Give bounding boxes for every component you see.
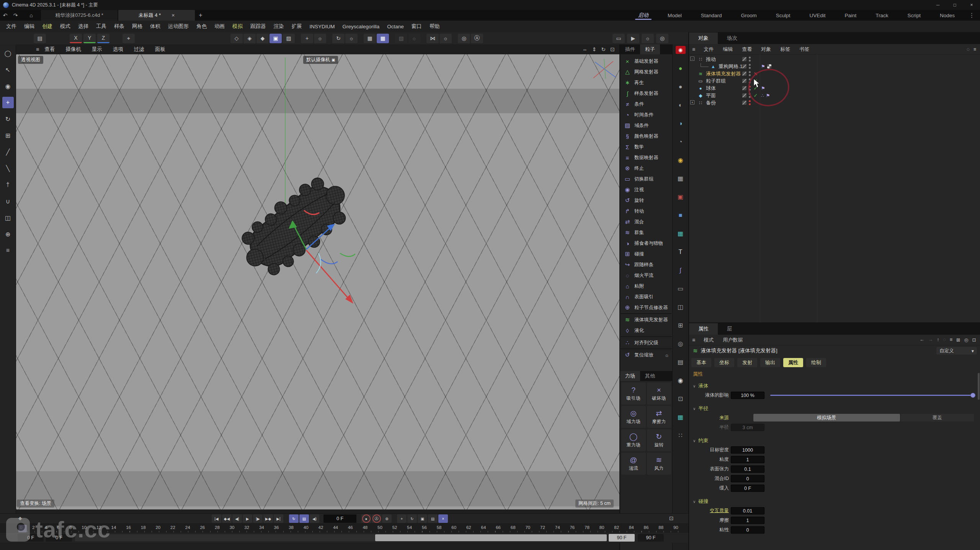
back-arrow-icon[interactable]: ← (920, 337, 924, 343)
menubar-item[interactable]: 跟踪器 (247, 23, 270, 30)
menubar-item[interactable]: 编辑 (20, 23, 38, 30)
sphere-blue-icon[interactable]: ◑ (676, 119, 686, 127)
previous-frame-button[interactable]: ◀| (232, 514, 242, 523)
timeline-ruler[interactable]: 0246810121416182022242628303234363840424… (0, 524, 688, 533)
menubar-item[interactable]: 渲染 (270, 23, 288, 30)
perspective-viewport[interactable]: 透视视图 默认摄像机 ▣ 查看变换: 场景 网格间距: 5 cm (16, 54, 619, 509)
bucket-red-icon[interactable]: ▣ (676, 193, 686, 201)
particle-panel-tab[interactable]: 插件 (620, 44, 640, 54)
object-row[interactable]: −∷推动 (689, 55, 980, 63)
axis-tool-button[interactable]: + (301, 34, 313, 43)
magnet-tool-icon[interactable]: ∪ (2, 195, 14, 207)
record-parameters-button[interactable]: ▤ (428, 514, 438, 523)
model-mode-button[interactable]: ▣ (270, 34, 282, 43)
menubar-item[interactable]: 运动图形 (164, 23, 193, 30)
toggle-option[interactable]: 覆盖 (901, 414, 974, 421)
panel-misc2-icon[interactable]: ◫ (676, 303, 686, 311)
slider-track[interactable] (770, 395, 974, 396)
workspace-tab[interactable]: Sculpt (766, 10, 800, 21)
particle-item[interactable]: ◔时间条件 (621, 109, 671, 120)
value-field[interactable]: 0 F (731, 485, 764, 492)
menubar-item[interactable]: 创建 (38, 23, 56, 30)
object-label[interactable]: 平面 (706, 92, 716, 99)
enable-toggle[interactable] (742, 86, 746, 90)
range-field[interactable]: 0 F (46, 534, 72, 542)
force-item[interactable]: ◯重力场 (621, 429, 646, 451)
force-item[interactable]: ↻旋转 (647, 429, 671, 451)
sphere-green-icon[interactable]: ● (676, 64, 686, 72)
force-tab[interactable]: 其他 (640, 371, 660, 381)
particle-item[interactable]: ↱转动 (621, 206, 671, 216)
range-thumb[interactable] (375, 534, 607, 541)
record-scale-button[interactable]: ▣ (418, 514, 427, 523)
menubar-item[interactable]: 扩展 (288, 23, 306, 30)
particle-item[interactable]: ≋群集 (621, 227, 671, 238)
undo-button[interactable]: ↶ (0, 12, 10, 18)
particle-item[interactable]: ↺旋转 (621, 195, 671, 206)
camera-button[interactable]: ◎ (656, 34, 668, 43)
menubar-item[interactable]: 体积 (146, 23, 164, 30)
force-item[interactable]: ×破坏场 (647, 382, 671, 405)
section-tab[interactable]: 基本 (691, 358, 711, 367)
particle-item[interactable]: ◊液化 (621, 325, 671, 336)
document-tab[interactable]: 精华涂抹0725-6.c4d * (41, 10, 118, 21)
visibility-dot[interactable] (749, 100, 751, 102)
text-object-icon[interactable]: T (676, 248, 686, 256)
particle-item[interactable]: ▭切换群组 (621, 174, 671, 184)
object-row[interactable]: ●球体✓⚑ (689, 85, 980, 92)
sphere-gray-icon[interactable]: ● (676, 83, 686, 91)
panel-misc5-icon[interactable]: ▤ (676, 358, 686, 366)
visibility-dot[interactable] (749, 64, 751, 66)
keyframe-settings-button[interactable]: ⊛ (382, 514, 392, 523)
object-label[interactable]: 粒子群组 (706, 78, 726, 85)
panel-misc7-icon[interactable]: ∷ (676, 431, 686, 439)
visibility-dots[interactable] (749, 78, 751, 83)
workspace-tab[interactable]: Paint (835, 10, 866, 21)
value-field[interactable]: 1 (731, 517, 764, 524)
range-field[interactable]: 0 F (18, 534, 44, 542)
menubar-item[interactable]: 模式 (56, 23, 74, 30)
particle-item[interactable]: ×基础发射器 (621, 56, 671, 67)
record-pla-button[interactable]: × (438, 514, 448, 523)
object-manager-menu-item[interactable]: 编辑 (718, 46, 737, 53)
viewport-menu-item[interactable]: 选项 (108, 46, 129, 53)
section-header[interactable]: ∨半径 (689, 404, 980, 413)
workspace-tab[interactable]: 启动 (629, 10, 658, 21)
axis-y-button[interactable]: Y (83, 34, 96, 43)
slider-knob[interactable] (970, 393, 975, 398)
particle-item[interactable]: ◌烟火平流 (621, 270, 671, 281)
rotate-settings-gear-button[interactable]: ☼ (345, 34, 358, 43)
expand-timeline-icon[interactable]: ⊡ (669, 515, 674, 521)
coord-system-button[interactable]: ⌖ (122, 34, 135, 43)
workspace-tab[interactable]: UVEdit (800, 10, 835, 21)
sphere-quarter-icon[interactable]: ◔ (676, 138, 686, 146)
loop-button[interactable]: ↻ (289, 514, 299, 523)
particle-panel-tab[interactable]: 粒子 (640, 44, 660, 54)
brush-tool-icon[interactable]: ╱ (2, 146, 14, 158)
object-label[interactable]: 液体填充发射器 (706, 70, 741, 77)
mirror-tool-icon[interactable]: ◫ (2, 212, 14, 223)
particle-item[interactable]: ≠条件 (621, 99, 671, 109)
menubar-item[interactable]: Greyscalegorilla (339, 24, 384, 29)
content-browser-button[interactable]: ▤ (34, 34, 46, 43)
auto-mode-button[interactable]: Ⓐ (471, 34, 483, 43)
viewport-menu-item[interactable]: 摄像机 (60, 46, 87, 53)
burger-menu-icon[interactable]: ≡ (692, 46, 695, 52)
new-panel-icon[interactable]: ⊡ (972, 337, 976, 343)
close-button[interactable]: × (963, 0, 980, 10)
workspace-tab[interactable]: Groom (732, 10, 766, 21)
particle-item[interactable]: ▨域条件 (621, 120, 671, 131)
value-field[interactable]: 0 (731, 526, 764, 534)
points-mode-button[interactable]: ◇ (230, 34, 243, 43)
section-tab[interactable]: 坐标 (714, 358, 734, 367)
attribute-menu-item[interactable]: 用户数据 (718, 337, 747, 343)
search-icon[interactable]: ◌ (967, 47, 969, 52)
previous-key-button[interactable]: ◆◀ (222, 514, 232, 523)
object-row[interactable]: ≋液体填充发射器× (689, 70, 980, 77)
workspace-tab[interactable]: Script (898, 10, 930, 21)
visibility-dot[interactable] (749, 57, 751, 59)
section-tab[interactable]: 属性 (783, 358, 803, 367)
autokey-button[interactable]: Ⓐ (372, 514, 381, 523)
current-frame-field[interactable]: 0 F (323, 514, 356, 523)
section-header[interactable]: ∨约束 (689, 436, 980, 445)
